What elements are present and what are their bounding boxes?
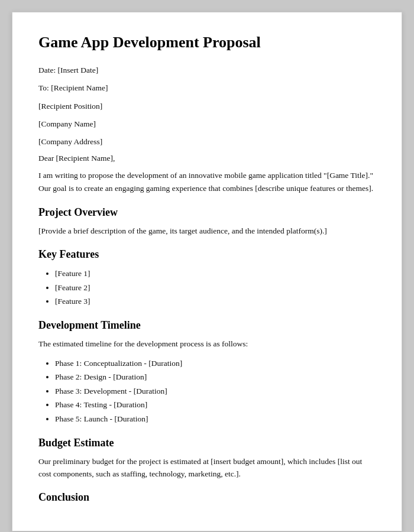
section-heading-budget-estimate: Budget Estimate	[38, 437, 376, 449]
list-item: Phase 1: Conceptualization - [Duration]	[55, 356, 376, 371]
list-item: Phase 3: Development - [Duration]	[55, 384, 376, 398]
list-item: [Feature 1]	[55, 267, 376, 281]
meta-company: [Company Name]	[38, 118, 376, 130]
section-heading-conclusion: Conclusion	[38, 491, 376, 504]
list-item: [Feature 2]	[55, 281, 376, 295]
list-item: Phase 2: Design - [Duration]	[55, 370, 376, 384]
meta-address: [Company Address]	[38, 136, 376, 148]
section-heading-project-overview: Project Overview	[38, 206, 376, 219]
meta-position: [Recipient Position]	[38, 100, 376, 112]
section-content-project-overview: [Provide a brief description of the game…	[38, 225, 376, 238]
section-content-development-timeline: The estimated timeline for the developme…	[38, 338, 376, 351]
section-heading-development-timeline: Development Timeline	[38, 319, 376, 332]
meta-to: To: [Recipient Name]	[38, 82, 376, 94]
list-item: Phase 5: Launch - [Duration]	[55, 412, 376, 426]
feature-list: [Feature 1] [Feature 2] [Feature 3]	[38, 267, 376, 309]
intro-paragraph: I am writing to propose the development …	[38, 169, 376, 194]
document-title: Game App Development Proposal	[38, 34, 376, 51]
section-content-budget-estimate: Our preliminary budget for the project i…	[38, 455, 376, 481]
meta-date: Date: [Insert Date]	[38, 64, 376, 76]
section-heading-key-features: Key Features	[38, 248, 376, 261]
salutation: Dear [Recipient Name],	[38, 154, 376, 163]
timeline-list: Phase 1: Conceptualization - [Duration] …	[38, 356, 376, 426]
list-item: [Feature 3]	[55, 294, 376, 309]
list-item: Phase 4: Testing - [Duration]	[55, 398, 376, 412]
document-container: Game App Development Proposal Date: [Ins…	[12, 12, 402, 531]
